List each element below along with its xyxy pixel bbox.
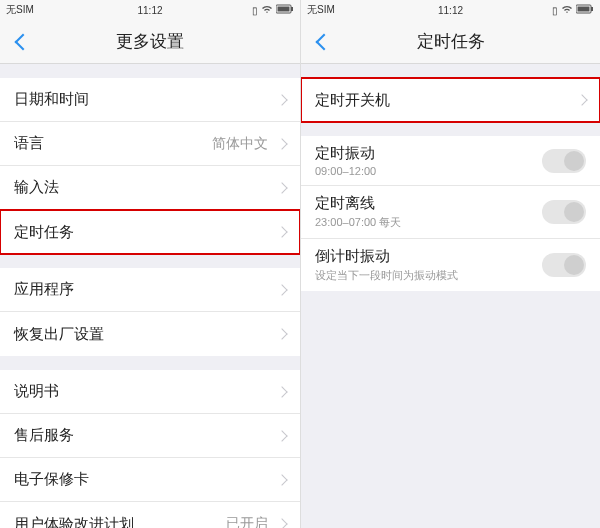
chevron-right-icon [276,474,287,485]
vibrate-icon: ▯ [552,5,558,16]
offline-schedule: 23:00–07:00 每天 [315,215,401,230]
clock: 11:12 [438,5,463,16]
chevron-right-icon [576,94,587,105]
row-countdown-vibrate[interactable]: 倒计时振动 设定当下一段时间为振动模式 [301,239,600,291]
battery-icon [576,4,594,16]
row-after-sales[interactable]: 售后服务 [0,414,300,458]
settings-list: 日期和时间 语言 简体中文 输入法 定时任务 应用程序 [0,64,300,528]
phone-left: 无SIM 11:12 ▯ 更多设置 日期和时间 语言 简体中文 [0,0,300,528]
chevron-right-icon [276,138,287,149]
svg-rect-4 [591,7,593,11]
wifi-icon [261,4,273,16]
toggle-offline[interactable] [542,200,586,224]
row-scheduled-tasks[interactable]: 定时任务 [0,210,300,254]
chevron-right-icon [276,226,287,237]
toggle-vibrate[interactable] [542,149,586,173]
status-icons: ▯ [552,4,594,16]
row-apps[interactable]: 应用程序 [0,268,300,312]
row-e-warranty[interactable]: 电子保修卡 [0,458,300,502]
row-factory-reset[interactable]: 恢复出厂设置 [0,312,300,356]
status-bar: 无SIM 11:12 ▯ [301,0,600,20]
chevron-right-icon [276,328,287,339]
svg-rect-1 [291,7,293,11]
scheduled-list: 定时开关机 定时振动 09:00–12:00 定时离线 23:00–07:00 … [301,64,600,528]
back-button[interactable] [8,20,38,64]
chevron-right-icon [276,94,287,105]
row-manual[interactable]: 说明书 [0,370,300,414]
wifi-icon [561,4,573,16]
sim-status: 无SIM [6,3,34,17]
battery-icon [276,4,294,16]
status-icons: ▯ [252,4,294,16]
row-language[interactable]: 语言 简体中文 [0,122,300,166]
status-bar: 无SIM 11:12 ▯ [0,0,300,20]
navbar: 定时任务 [301,20,600,64]
row-datetime[interactable]: 日期和时间 [0,78,300,122]
page-title: 更多设置 [116,30,184,53]
countdown-desc: 设定当下一段时间为振动模式 [315,268,458,283]
page-title: 定时任务 [417,30,485,53]
chevron-right-icon [276,182,287,193]
chevron-right-icon [276,430,287,441]
vibrate-icon: ▯ [252,5,258,16]
chevron-right-icon [276,284,287,295]
sim-status: 无SIM [307,3,335,17]
navbar: 更多设置 [0,20,300,64]
clock: 11:12 [137,5,162,16]
back-button[interactable] [309,20,339,64]
row-scheduled-offline[interactable]: 定时离线 23:00–07:00 每天 [301,186,600,239]
language-value: 简体中文 [212,135,268,153]
back-chevron-icon [15,33,32,50]
row-ux-program[interactable]: 用户体验改进计划 已开启 [0,502,300,528]
row-ime[interactable]: 输入法 [0,166,300,210]
svg-rect-2 [278,7,290,12]
back-chevron-icon [316,33,333,50]
ux-status-value: 已开启 [226,515,268,528]
row-scheduled-power[interactable]: 定时开关机 [301,78,600,122]
phone-right: 无SIM 11:12 ▯ 定时任务 定时开关机 定时振动 09 [300,0,600,528]
chevron-right-icon [276,386,287,397]
svg-rect-5 [578,7,590,12]
toggle-countdown[interactable] [542,253,586,277]
row-scheduled-vibrate[interactable]: 定时振动 09:00–12:00 [301,136,600,186]
vibrate-schedule: 09:00–12:00 [315,165,376,177]
chevron-right-icon [276,518,287,528]
